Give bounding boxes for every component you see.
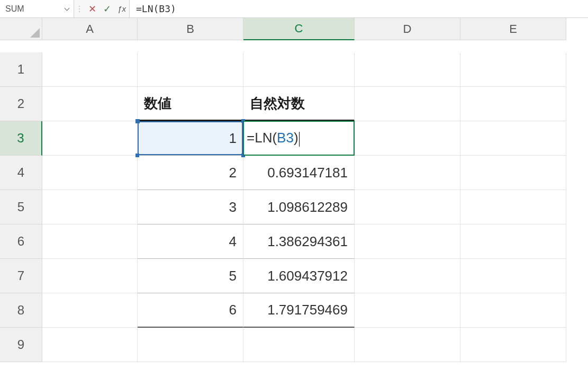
cell-E5[interactable]	[460, 190, 566, 224]
col-header-C[interactable]: C	[243, 18, 355, 40]
cell-E1[interactable]	[460, 52, 566, 87]
cell-B2[interactable]: 数値	[138, 87, 243, 121]
row-header-6[interactable]: 6	[0, 224, 42, 259]
formula-bar: SUM ✕ ✓ ƒx =LN(B3)	[0, 0, 588, 18]
cell-C3-formula: =LN(B3)	[247, 130, 300, 146]
cell-A5[interactable]	[42, 190, 138, 224]
row-header-3[interactable]: 3	[0, 121, 42, 156]
row-header-2[interactable]: 2	[0, 87, 42, 121]
row-header-4[interactable]: 4	[0, 156, 42, 190]
cell-C7[interactable]: 1.609437912	[243, 259, 355, 293]
cell-E6[interactable]	[460, 224, 566, 259]
name-box[interactable]: SUM	[0, 0, 74, 17]
cell-A8[interactable]	[42, 293, 138, 328]
cell-A2[interactable]	[42, 87, 138, 121]
cell-C9[interactable]	[243, 328, 355, 362]
chevron-down-icon[interactable]	[64, 6, 70, 12]
cell-A3[interactable]	[42, 121, 138, 156]
cell-E9[interactable]	[460, 328, 566, 362]
separator-dots-icon	[74, 0, 85, 17]
cell-D7[interactable]	[355, 259, 460, 293]
cell-E2[interactable]	[460, 87, 566, 121]
col-header-D[interactable]: D	[355, 18, 460, 40]
cell-D2[interactable]	[355, 87, 460, 121]
cell-D3[interactable]	[355, 121, 460, 156]
cell-A7[interactable]	[42, 259, 138, 293]
cell-D9[interactable]	[355, 328, 460, 362]
text-caret	[299, 132, 300, 147]
cell-A1[interactable]	[42, 52, 138, 87]
cell-B4[interactable]: 2	[138, 156, 243, 190]
formula-input[interactable]: =LN(B3)	[129, 0, 588, 17]
cell-D8[interactable]	[355, 293, 460, 328]
cancel-formula-button[interactable]: ✕	[85, 0, 99, 17]
cell-E3[interactable]	[460, 121, 566, 156]
select-all-corner[interactable]	[0, 18, 42, 40]
cell-A9[interactable]	[42, 328, 138, 362]
cell-C4[interactable]: 0.693147181	[243, 156, 355, 190]
cell-C6[interactable]: 1.386294361	[243, 224, 355, 259]
row-header-9[interactable]: 9	[0, 328, 42, 362]
fx-icon: ƒx	[117, 4, 126, 13]
spreadsheet-grid[interactable]: A B C D E 1 2 数値 自然対数 3 1 =LN(B3) 4 2 0.…	[0, 18, 588, 362]
cell-B1[interactable]	[138, 52, 243, 87]
cell-E7[interactable]	[460, 259, 566, 293]
cell-C5[interactable]: 1.098612289	[243, 190, 355, 224]
cell-E4[interactable]	[460, 156, 566, 190]
cell-A4[interactable]	[42, 156, 138, 190]
cell-B9[interactable]	[138, 328, 243, 362]
cell-D1[interactable]	[355, 52, 460, 87]
x-icon: ✕	[88, 4, 96, 14]
cell-B5[interactable]: 3	[138, 190, 243, 224]
row-header-8[interactable]: 8	[0, 293, 42, 328]
cell-D6[interactable]	[355, 224, 460, 259]
cell-C2[interactable]: 自然対数	[243, 87, 355, 121]
cell-C1[interactable]	[243, 52, 355, 87]
row-header-5[interactable]: 5	[0, 190, 42, 224]
cell-D4[interactable]	[355, 156, 460, 190]
cell-E8[interactable]	[460, 293, 566, 328]
col-header-E[interactable]: E	[460, 18, 566, 40]
cell-B8[interactable]: 6	[138, 293, 243, 328]
row-header-7[interactable]: 7	[0, 259, 42, 293]
col-header-B[interactable]: B	[138, 18, 243, 40]
cell-B3[interactable]: 1	[138, 121, 243, 156]
cell-C3[interactable]: =LN(B3)	[243, 121, 355, 156]
cell-D5[interactable]	[355, 190, 460, 224]
cell-A6[interactable]	[42, 224, 138, 259]
check-icon: ✓	[103, 4, 111, 14]
accept-formula-button[interactable]: ✓	[99, 0, 114, 17]
insert-function-button[interactable]: ƒx	[114, 0, 129, 17]
cell-C8[interactable]: 1.791759469	[243, 293, 355, 328]
row-header-1[interactable]: 1	[0, 52, 42, 87]
cell-B7[interactable]: 5	[138, 259, 243, 293]
cell-B6[interactable]: 4	[138, 224, 243, 259]
name-box-text: SUM	[5, 4, 24, 14]
col-header-A[interactable]: A	[42, 18, 138, 40]
